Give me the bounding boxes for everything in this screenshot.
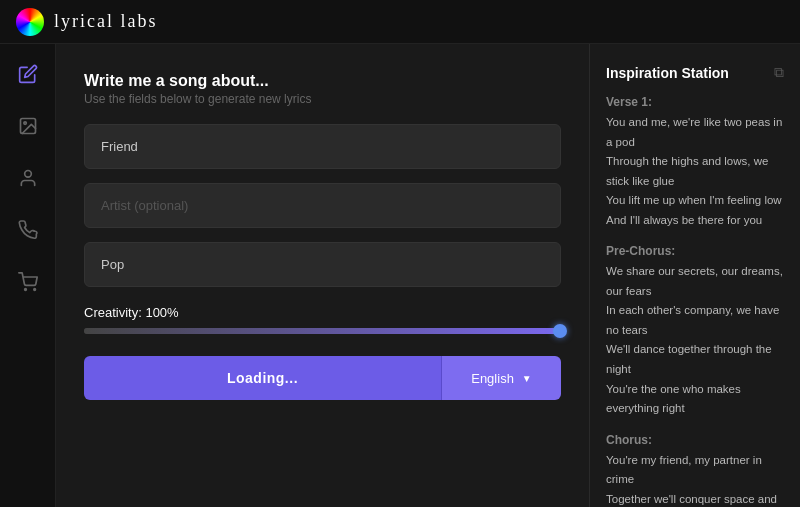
sidebar-item-cart[interactable]: [14, 268, 42, 296]
svg-point-3: [24, 289, 26, 291]
lyrics-section: Chorus:You're my friend, my partner in c…: [606, 433, 784, 507]
lyrics-line: In each other's company, we have no tear…: [606, 301, 784, 340]
logo: lyrical labs: [16, 8, 157, 36]
lyrics-section-label: Pre-Chorus:: [606, 244, 784, 258]
main-layout: Write me a song about... Use the fields …: [0, 44, 800, 507]
lyrics-section: Pre-Chorus:We share our secrets, our dre…: [606, 244, 784, 418]
genre-input[interactable]: [84, 242, 561, 287]
sidebar-item-image[interactable]: [14, 112, 42, 140]
left-panel: Write me a song about... Use the fields …: [56, 44, 590, 507]
lyrics-section-label: Chorus:: [606, 433, 784, 447]
lyrics-line: We'll dance together through the night: [606, 340, 784, 379]
inspiration-panel: Inspiration Station ⧉ Verse 1:You and me…: [590, 44, 800, 507]
content-area: Write me a song about... Use the fields …: [56, 44, 800, 507]
artist-input[interactable]: [84, 183, 561, 228]
lyrics-line: We share our secrets, our dreams, our fe…: [606, 262, 784, 301]
lyrics-section-label: Verse 1:: [606, 95, 784, 109]
lyrics-line: Through the highs and lows, we stick lik…: [606, 152, 784, 191]
lyrics-line: Together we'll conquer space and time: [606, 490, 784, 507]
lyrics-line: You're my friend, my partner in crime: [606, 451, 784, 490]
language-selector[interactable]: English ▼: [441, 356, 561, 400]
sidebar: [0, 44, 56, 507]
panel-title: Write me a song about...: [84, 72, 561, 90]
panel-subtitle: Use the fields below to generate new lyr…: [84, 92, 561, 106]
creativity-section: Creativity: 100%: [84, 301, 561, 334]
svg-point-1: [23, 122, 25, 125]
svg-point-2: [24, 171, 31, 178]
creativity-slider-track: [84, 328, 561, 334]
sidebar-item-compose[interactable]: [14, 60, 42, 88]
svg-point-4: [33, 289, 35, 291]
logo-icon: [16, 8, 44, 36]
lyrics-line: You lift me up when I'm feeling low: [606, 191, 784, 211]
lyrics-line: And I'll always be there for you: [606, 211, 784, 231]
creativity-label: Creativity: 100%: [84, 305, 561, 320]
lyrics-content: Verse 1:You and me, we're like two peas …: [606, 95, 784, 507]
logo-text: lyrical labs: [54, 11, 157, 32]
lyrics-line: You're the one who makes everything righ…: [606, 380, 784, 419]
copy-icon[interactable]: ⧉: [774, 64, 784, 81]
app-header: lyrical labs: [0, 0, 800, 44]
topic-input[interactable]: [84, 124, 561, 169]
inspiration-header: Inspiration Station ⧉: [606, 64, 784, 81]
sidebar-item-phone[interactable]: [14, 216, 42, 244]
generate-button-row: Loading... English ▼: [84, 356, 561, 400]
chevron-down-icon: ▼: [522, 373, 532, 384]
language-label: English: [471, 371, 514, 386]
inspiration-title: Inspiration Station: [606, 65, 729, 81]
lyrics-section: Verse 1:You and me, we're like two peas …: [606, 95, 784, 230]
lyrics-line: You and me, we're like two peas in a pod: [606, 113, 784, 152]
sidebar-item-user[interactable]: [14, 164, 42, 192]
generate-button[interactable]: Loading...: [84, 356, 441, 400]
